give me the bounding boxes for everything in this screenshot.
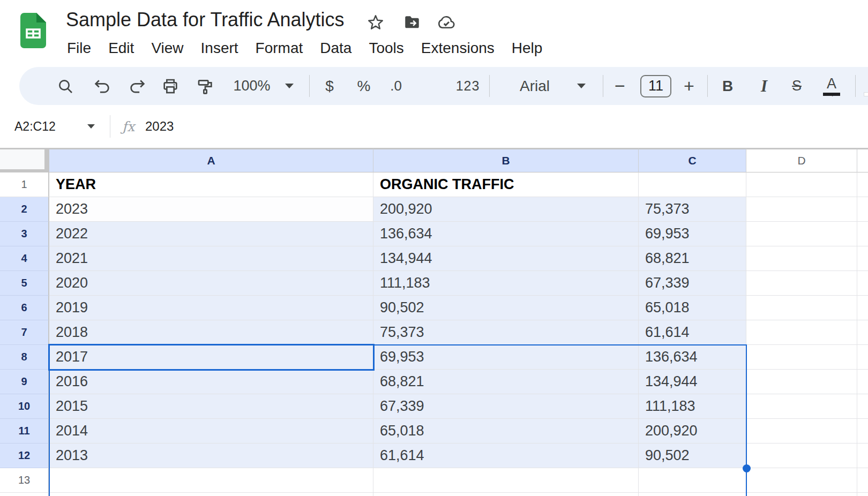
cell-E3[interactable] — [857, 222, 868, 246]
fill-handle[interactable] — [743, 464, 751, 472]
menu-edit[interactable]: Edit — [100, 35, 143, 61]
name-box[interactable]: A2:C12 — [14, 119, 56, 134]
cell-A11[interactable]: 2014 — [49, 419, 373, 444]
cell-D13[interactable] — [746, 468, 857, 493]
cell-B12[interactable]: 61,614 — [373, 444, 639, 468]
cell-B11[interactable]: 65,018 — [373, 419, 639, 444]
row-header-4[interactable]: 4 — [0, 246, 49, 271]
cell-E4[interactable] — [857, 246, 868, 271]
row-header-11[interactable]: 11 — [0, 419, 49, 444]
strikethrough-button[interactable]: S — [792, 67, 802, 105]
cell-C10[interactable]: 111,183 — [639, 394, 746, 419]
column-header-D[interactable]: D — [746, 148, 857, 172]
cell-A5[interactable]: 2020 — [49, 271, 373, 296]
font-caret-down-icon[interactable] — [577, 67, 586, 105]
bold-button[interactable]: B — [722, 67, 733, 105]
cell-D2[interactable] — [746, 197, 857, 222]
cell-B3[interactable]: 136,634 — [373, 222, 639, 246]
increase-font-size-button[interactable]: + — [684, 67, 694, 105]
cell-A1[interactable]: YEAR — [49, 172, 373, 197]
column-header-C[interactable]: C — [639, 148, 746, 172]
cell-B13[interactable] — [373, 468, 639, 493]
cell-A10[interactable]: 2015 — [49, 394, 373, 419]
cell-E2[interactable] — [857, 197, 868, 222]
menu-insert[interactable]: Insert — [192, 35, 247, 61]
row-header-partial[interactable] — [0, 493, 49, 496]
row-header-9[interactable]: 9 — [0, 370, 49, 394]
cell-E10[interactable] — [857, 394, 868, 419]
cell-B8[interactable]: 69,953 — [373, 345, 639, 370]
cell-C2[interactable]: 75,373 — [639, 197, 746, 222]
more-formats-button[interactable]: 123 — [456, 67, 480, 105]
cell-B4[interactable]: 134,944 — [373, 246, 639, 271]
row-header-8[interactable]: 8 — [0, 345, 49, 370]
cell-A2[interactable]: 2023 — [49, 197, 373, 222]
cell-E11[interactable] — [857, 419, 868, 444]
cell-C6[interactable]: 65,018 — [639, 296, 746, 320]
cell-D10[interactable] — [746, 394, 857, 419]
cell-A8[interactable]: 2017 — [49, 345, 373, 370]
cell-E13[interactable] — [857, 468, 868, 493]
cell-D7[interactable] — [746, 320, 857, 345]
cell-D4[interactable] — [746, 246, 857, 271]
sheets-logo[interactable] — [20, 13, 46, 50]
row-header-2[interactable]: 2 — [0, 197, 49, 222]
cell-C9[interactable]: 134,944 — [639, 370, 746, 394]
menu-tools[interactable]: Tools — [360, 35, 412, 61]
menu-extensions[interactable]: Extensions — [413, 35, 503, 61]
cell-D3[interactable] — [746, 222, 857, 246]
row-header-13[interactable]: 13 — [0, 468, 49, 493]
cell-D12[interactable] — [746, 444, 857, 468]
cell-A4[interactable]: 2021 — [49, 246, 373, 271]
text-color-button[interactable]: A — [823, 67, 840, 105]
cell-C7[interactable]: 61,614 — [639, 320, 746, 345]
row-header-12[interactable]: 12 — [0, 444, 49, 468]
menu-file[interactable]: File — [58, 35, 100, 61]
cell-B-partial[interactable] — [373, 493, 639, 496]
row-header-10[interactable]: 10 — [0, 394, 49, 419]
cell-D6[interactable] — [746, 296, 857, 320]
cell-A7[interactable]: 2018 — [49, 320, 373, 345]
cell-A6[interactable]: 2019 — [49, 296, 373, 320]
cell-C-partial[interactable] — [639, 493, 746, 496]
cell-C3[interactable]: 69,953 — [639, 222, 746, 246]
document-title[interactable]: Sample Data for Traffic Analytics — [66, 9, 345, 31]
move-to-folder-icon[interactable] — [402, 13, 422, 32]
cell-A9[interactable]: 2016 — [49, 370, 373, 394]
cell-E12[interactable] — [857, 444, 868, 468]
cell-A13[interactable] — [49, 468, 373, 493]
cell-C8[interactable]: 136,634 — [639, 345, 746, 370]
cell-B6[interactable]: 90,502 — [373, 296, 639, 320]
column-header-A[interactable]: A — [49, 148, 373, 172]
cell-E5[interactable] — [857, 271, 868, 296]
cell-A3[interactable]: 2022 — [49, 222, 373, 246]
cell-C1[interactable] — [639, 172, 746, 197]
cell-D5[interactable] — [746, 271, 857, 296]
cell-C13[interactable] — [639, 468, 746, 493]
formula-input[interactable]: 2023 — [145, 119, 174, 134]
decrease-font-size-button[interactable]: − — [615, 67, 625, 105]
menu-data[interactable]: Data — [311, 35, 360, 61]
cell-B10[interactable]: 67,339 — [373, 394, 639, 419]
column-header-B[interactable]: B — [373, 148, 639, 172]
font-size-input[interactable]: 11 — [640, 67, 671, 105]
cell-E1[interactable] — [857, 172, 868, 197]
row-header-5[interactable]: 5 — [0, 271, 49, 296]
menu-view[interactable]: View — [143, 35, 192, 61]
cell-E-partial[interactable] — [857, 493, 868, 496]
cell-E9[interactable] — [857, 370, 868, 394]
row-header-1[interactable]: 1 — [0, 172, 49, 197]
menu-format[interactable]: Format — [247, 35, 312, 61]
name-box-caret-down-icon[interactable] — [87, 124, 95, 129]
column-header-partial[interactable] — [857, 148, 868, 172]
cloud-saved-icon[interactable] — [437, 13, 456, 32]
cell-C5[interactable]: 67,339 — [639, 271, 746, 296]
cell-B2[interactable]: 200,920 — [373, 197, 639, 222]
cell-B1[interactable]: ORGANIC TRAFFIC — [373, 172, 639, 197]
select-all-corner[interactable] — [0, 148, 49, 172]
cell-B9[interactable]: 68,821 — [373, 370, 639, 394]
cell-A12[interactable]: 2013 — [49, 444, 373, 468]
row-header-6[interactable]: 6 — [0, 296, 49, 320]
row-header-3[interactable]: 3 — [0, 222, 49, 246]
italic-button[interactable]: I — [761, 67, 767, 105]
